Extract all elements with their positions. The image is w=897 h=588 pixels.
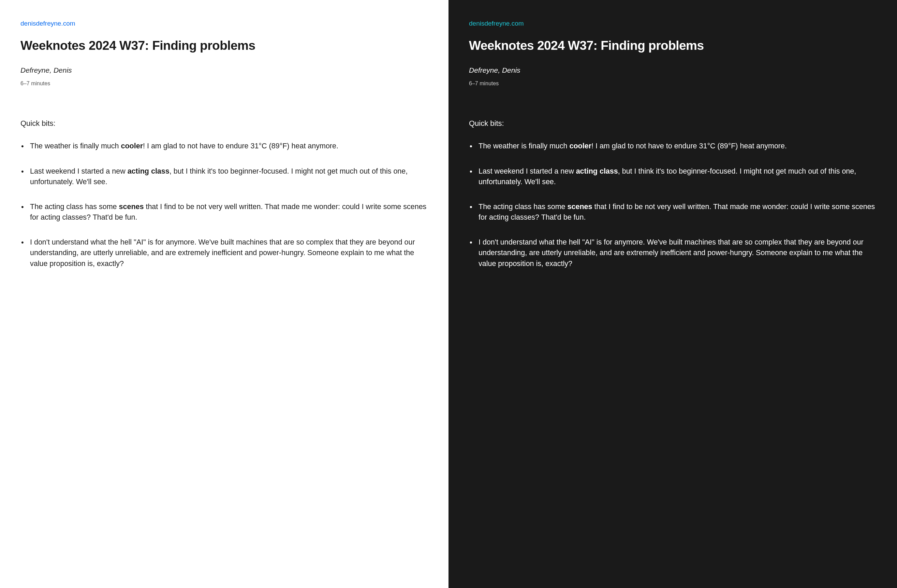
- list-item: The weather is finally much cooler! I am…: [20, 141, 428, 152]
- list-item: The weather is finally much cooler! I am…: [469, 141, 877, 152]
- article-title: Weeknotes 2024 W37: Finding problems: [469, 38, 877, 53]
- intro-text: Quick bits:: [469, 119, 877, 128]
- bullet-list: The weather is finally much cooler! I am…: [20, 141, 428, 269]
- author-name: Defreyne, Denis: [20, 66, 428, 74]
- author-name: Defreyne, Denis: [469, 66, 877, 74]
- bold-text: cooler: [121, 142, 143, 150]
- intro-text: Quick bits:: [20, 119, 428, 128]
- read-time: 6–7 minutes: [469, 81, 877, 87]
- list-item: Last weekend I started a new acting clas…: [469, 166, 877, 187]
- read-time: 6–7 minutes: [20, 81, 428, 87]
- bold-text: cooler: [569, 142, 591, 150]
- light-pane: denisdefreyne.com Weeknotes 2024 W37: Fi…: [0, 0, 448, 588]
- bold-text: acting class: [576, 167, 618, 175]
- bullet-list: The weather is finally much cooler! I am…: [469, 141, 877, 269]
- list-item: I don't understand what the hell "AI" is…: [469, 237, 877, 269]
- bold-text: scenes: [568, 202, 592, 211]
- dark-pane: denisdefreyne.com Weeknotes 2024 W37: Fi…: [448, 0, 897, 588]
- list-item: The acting class has some scenes that I …: [469, 202, 877, 223]
- site-link[interactable]: denisdefreyne.com: [469, 20, 524, 27]
- list-item: Last weekend I started a new acting clas…: [20, 166, 428, 187]
- list-item: I don't understand what the hell "AI" is…: [20, 237, 428, 269]
- bold-text: acting class: [127, 167, 170, 175]
- bold-text: scenes: [119, 202, 144, 211]
- article-title: Weeknotes 2024 W37: Finding problems: [20, 38, 428, 53]
- list-item: The acting class has some scenes that I …: [20, 202, 428, 223]
- site-link[interactable]: denisdefreyne.com: [20, 20, 75, 27]
